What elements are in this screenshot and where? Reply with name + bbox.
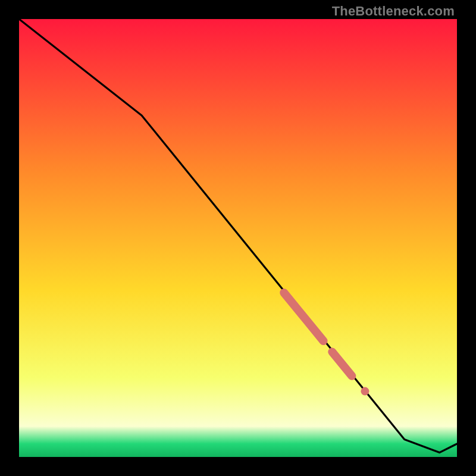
chart-frame: TheBottleneck.com: [0, 0, 476, 476]
curve-line: [19, 19, 457, 453]
marker-dot: [361, 387, 369, 396]
marker-cluster-secondary: [332, 352, 352, 375]
chart-svg: [19, 19, 457, 457]
watermark-text: TheBottleneck.com: [332, 4, 455, 19]
plot-area: [19, 19, 457, 457]
marker-cluster-main: [284, 293, 323, 341]
